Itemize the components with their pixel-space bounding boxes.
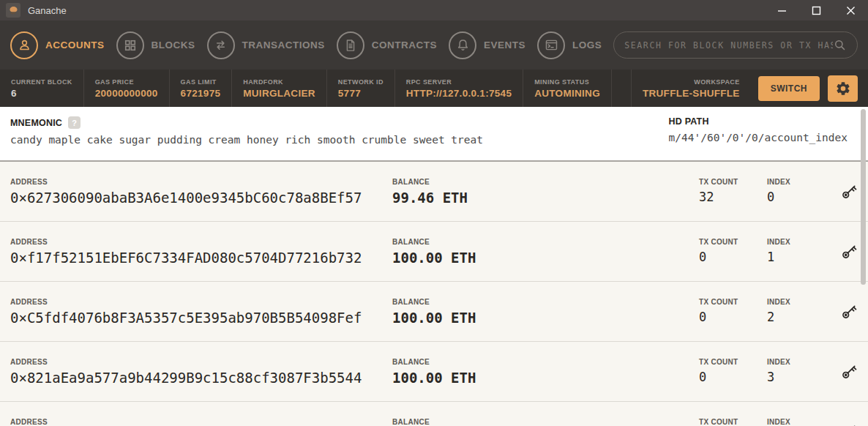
account-index: 0: [767, 190, 834, 206]
address-label: ADDRESS: [10, 358, 392, 366]
statusbar-spacer: [612, 70, 631, 107]
stat-rpc-server: RPC SERVER HTTP://127.0.0.1:7545: [395, 70, 523, 107]
stat-gas-price: GAS PRICE 20000000000: [84, 70, 170, 107]
tab-contracts[interactable]: CONTRACTS: [337, 31, 437, 59]
show-private-key-button[interactable]: [834, 177, 864, 206]
stat-value: AUTOMINING: [534, 88, 600, 99]
blocks-icon: [116, 31, 144, 59]
tab-accounts[interactable]: ACCOUNTS: [10, 31, 105, 59]
account-address: 0×f17f52151EbEF6C7334FAD080c5704D77216b7…: [10, 250, 392, 266]
account-tx-count: 0: [699, 250, 767, 266]
account-balance: 100.00 ETH: [392, 310, 699, 326]
stat-value: 20000000000: [95, 88, 158, 99]
workspace-value: TRUFFLE-SHUFFLE: [643, 88, 740, 99]
ganache-logo-icon: [6, 3, 20, 18]
stat-label: GAS LIMIT: [181, 78, 221, 86]
key-icon: [839, 182, 859, 201]
index-label: INDEX: [767, 238, 834, 246]
show-private-key-button[interactable]: [834, 417, 864, 426]
close-button[interactable]: [834, 0, 868, 20]
tx-count-label: TX COUNT: [699, 358, 767, 366]
account-icon: [10, 31, 38, 59]
balance-label: BALANCE: [392, 358, 699, 366]
show-private-key-button[interactable]: [834, 297, 864, 326]
stat-label: MINING STATUS: [534, 78, 600, 86]
stat-value: 6721975: [181, 88, 221, 99]
contracts-icon: [337, 31, 364, 59]
stat-value: 6: [11, 88, 72, 99]
tx-count-label: TX COUNT: [699, 298, 767, 306]
tab-transactions-label: TRANSACTIONS: [242, 40, 325, 51]
account-row[interactable]: ADDRESS 0×C5fdf4076b8F3A5357c5E395ab970B…: [0, 282, 868, 342]
events-icon: [449, 31, 476, 59]
stat-gas-limit: GAS LIMIT 6721975: [170, 70, 233, 107]
tx-count-label: TX COUNT: [699, 238, 767, 246]
tab-events-label: EVENTS: [484, 40, 525, 51]
index-label: INDEX: [767, 358, 834, 366]
search-box[interactable]: [613, 31, 858, 59]
tab-logs[interactable]: LOGS: [537, 31, 602, 59]
account-row[interactable]: ADDRESS 0×f17f52151EbEF6C7334FAD080c5704…: [0, 222, 868, 282]
account-balance: 100.00 ETH: [392, 250, 699, 266]
stat-label: RPC SERVER: [406, 78, 512, 86]
stat-mining-status: MINING STATUS AUTOMINING: [523, 70, 612, 107]
stat-workspace: WORKSPACE TRUFFLE-SHUFFLE: [631, 70, 751, 107]
account-row[interactable]: ADDRESS BALANCE TX COUNT INDEX: [0, 402, 868, 426]
account-index: 1: [767, 250, 834, 266]
address-label: ADDRESS: [10, 178, 392, 186]
mnemonic-label: MNEMONIC: [10, 118, 62, 128]
settings-button[interactable]: [828, 75, 858, 102]
stat-label: CURRENT BLOCK: [11, 78, 72, 86]
gear-icon: [835, 81, 851, 97]
account-list: ADDRESS 0×627306090abaB3A6e1400e9345bC60…: [0, 162, 868, 426]
help-icon[interactable]: ?: [68, 116, 81, 129]
search-input[interactable]: [624, 40, 833, 51]
account-row[interactable]: ADDRESS 0×821aEa9a577a9b44299B9c15c88cf3…: [0, 342, 868, 402]
tx-count-label: TX COUNT: [699, 418, 767, 426]
account-tx-count: 0: [699, 310, 767, 326]
stat-network-id: NETWORK ID 5777: [327, 70, 395, 107]
account-address: 0×C5fdf4076b8F3A5357c5E395ab970B5B54098F…: [10, 310, 392, 326]
ganache-window: Ganache ACCOUNTS: [0, 0, 868, 426]
scrollbar[interactable]: [861, 109, 866, 285]
hd-path-value: m/44'/60'/0'/0/account_index: [669, 132, 848, 143]
tab-contracts-label: CONTRACTS: [372, 40, 437, 51]
stat-value: MUIRGLACIER: [243, 88, 315, 99]
navbar: ACCOUNTS BLOCKS TRANSACTIONS: [0, 20, 868, 70]
maximize-button[interactable]: [799, 0, 834, 20]
address-label: ADDRESS: [10, 298, 392, 306]
transactions-icon: [207, 31, 235, 59]
balance-label: BALANCE: [392, 298, 699, 306]
mnemonic-section: MNEMONIC ? candy maple cake sugar puddin…: [10, 116, 483, 160]
hd-path-label: HD PATH: [669, 116, 848, 127]
index-label: INDEX: [767, 298, 834, 306]
workspace-label: WORKSPACE: [694, 78, 739, 86]
minimize-button[interactable]: [765, 0, 799, 20]
account-row[interactable]: ADDRESS 0×627306090abaB3A6e1400e9345bC60…: [0, 162, 868, 222]
key-icon: [839, 242, 859, 261]
show-private-key-button[interactable]: [834, 237, 864, 266]
mnemonic-phrase: candy maple cake sugar pudding cream hon…: [10, 134, 483, 146]
logs-icon: [537, 31, 565, 59]
balance-label: BALANCE: [392, 418, 699, 426]
account-address: 0×821aEa9a577a9b44299B9c15c88cf3087F3b55…: [10, 370, 392, 386]
stat-current-block: CURRENT BLOCK 6: [0, 70, 84, 107]
account-balance: 100.00 ETH: [392, 370, 699, 386]
statusbar: CURRENT BLOCK 6 GAS PRICE 20000000000 GA…: [0, 70, 868, 107]
account-tx-count: 0: [699, 370, 767, 386]
show-private-key-button[interactable]: [834, 357, 864, 386]
stat-hardfork: HARDFORK MUIRGLACIER: [232, 70, 327, 107]
switch-workspace-button[interactable]: SWITCH: [758, 76, 820, 101]
account-index: 3: [767, 370, 834, 386]
key-icon: [839, 362, 859, 381]
tab-transactions[interactable]: TRANSACTIONS: [207, 31, 325, 59]
key-icon: [839, 302, 859, 321]
account-index: 2: [767, 310, 834, 326]
stat-value: HTTP://127.0.0.1:7545: [406, 88, 512, 99]
search-icon[interactable]: [833, 38, 847, 52]
account-address: 0×627306090abaB3A6e1400e9345bC60c78a8BEf…: [10, 190, 392, 206]
tab-events[interactable]: EVENTS: [449, 31, 525, 59]
mnemonic-card: MNEMONIC ? candy maple cake sugar puddin…: [0, 107, 868, 162]
tab-blocks[interactable]: BLOCKS: [116, 31, 195, 59]
key-icon: [839, 422, 859, 426]
